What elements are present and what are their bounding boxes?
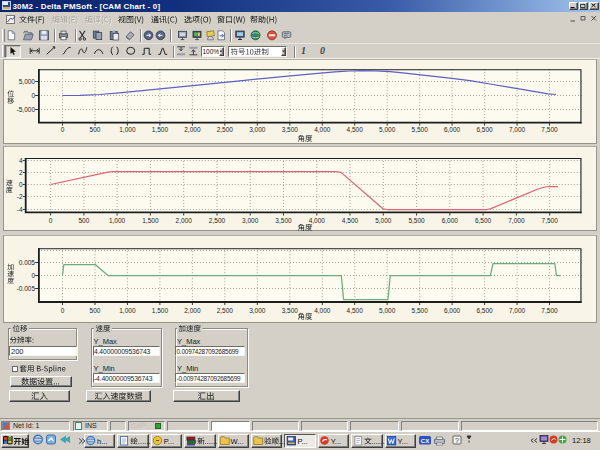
svg-text:?: ? xyxy=(455,437,459,444)
svg-text:CX: CX xyxy=(421,438,429,444)
